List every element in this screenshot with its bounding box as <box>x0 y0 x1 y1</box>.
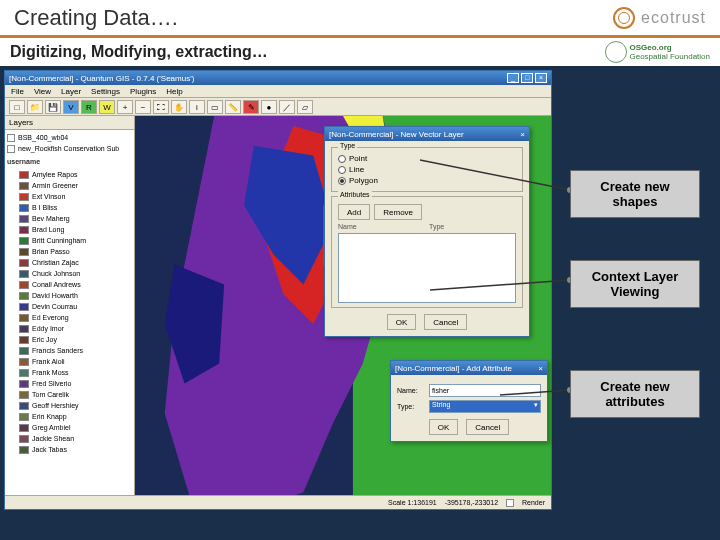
swatch-icon <box>19 413 29 421</box>
app-titlebar[interactable]: [Non-Commercial] - Quantum GIS - 0.7.4 (… <box>5 71 551 85</box>
legend-item[interactable]: Chuck Johnson <box>19 268 132 279</box>
legend-text: Erin Knapp <box>32 411 67 422</box>
tool-addvector-icon[interactable]: V <box>63 100 79 114</box>
ok-button[interactable]: OK <box>387 314 417 330</box>
checkbox-icon[interactable] <box>7 134 15 142</box>
cancel-button[interactable]: Cancel <box>466 419 509 435</box>
radio-line[interactable]: Line <box>338 165 516 174</box>
tool-zoomin-icon[interactable]: + <box>117 100 133 114</box>
layers-tree[interactable]: BSB_400_wb04 new_Rockfish Conservation S… <box>5 130 134 457</box>
legend-item[interactable]: Christian Zajac <box>19 257 132 268</box>
tool-measure-icon[interactable]: 📏 <box>225 100 241 114</box>
legend-item[interactable]: Amylee Rapos <box>19 169 132 180</box>
dialog-titlebar[interactable]: [Non-Commercial] - New Vector Layer × <box>325 127 529 141</box>
legend-text: Amylee Rapos <box>32 169 78 180</box>
legend-item[interactable]: B I Bliss <box>19 202 132 213</box>
radio-icon <box>338 166 346 174</box>
maximize-icon[interactable]: □ <box>521 73 533 83</box>
legend-item[interactable]: Greg Ambiel <box>19 422 132 433</box>
menu-plugins[interactable]: Plugins <box>130 87 156 96</box>
legend-item[interactable]: Jackie Shean <box>19 433 132 444</box>
swatch-icon <box>19 303 29 311</box>
tool-identify-icon[interactable]: i <box>189 100 205 114</box>
tool-capture-line-icon[interactable]: ／ <box>279 100 295 114</box>
swatch-icon <box>19 204 29 212</box>
legend-item[interactable]: Frank Moss <box>19 367 132 378</box>
tool-select-icon[interactable]: ▭ <box>207 100 223 114</box>
tool-edit-icon[interactable]: ✎ <box>243 100 259 114</box>
legend-item[interactable]: David Howarth <box>19 290 132 301</box>
swatch-icon <box>19 292 29 300</box>
add-attribute-button[interactable]: Add <box>338 204 370 220</box>
dialog-close-icon[interactable]: × <box>520 130 525 139</box>
name-label: Name: <box>397 387 425 394</box>
tool-capture-point-icon[interactable]: ● <box>261 100 277 114</box>
legend-item[interactable]: Britt Cunningham <box>19 235 132 246</box>
menu-layer[interactable]: Layer <box>61 87 81 96</box>
legend-item[interactable]: Eric Joy <box>19 334 132 345</box>
swatch-icon <box>19 336 29 344</box>
swatch-icon <box>19 281 29 289</box>
tool-addraster-icon[interactable]: R <box>81 100 97 114</box>
close-icon[interactable]: × <box>535 73 547 83</box>
legend-item[interactable]: Devin Courrau <box>19 301 132 312</box>
radio-polygon[interactable]: Polygon <box>338 176 516 185</box>
legend-item[interactable]: Erin Knapp <box>19 411 132 422</box>
checkbox-icon[interactable] <box>7 145 15 153</box>
legend-item[interactable]: Brian Passo <box>19 246 132 257</box>
dialog-close-icon[interactable]: × <box>538 364 543 373</box>
tool-save-icon[interactable]: 💾 <box>45 100 61 114</box>
swatch-icon <box>19 171 29 179</box>
legend-item[interactable]: Brad Long <box>19 224 132 235</box>
type-select[interactable]: String <box>429 400 541 413</box>
menu-view[interactable]: View <box>34 87 51 96</box>
legend-item[interactable]: Eddy Imor <box>19 323 132 334</box>
slide-subtitle: Digitizing, Modifying, extracting… <box>10 43 268 61</box>
legend-item[interactable]: Ed Everong <box>19 312 132 323</box>
tool-pan-icon[interactable]: ✋ <box>171 100 187 114</box>
radio-icon <box>338 155 346 163</box>
tool-capture-polygon-icon[interactable]: ▱ <box>297 100 313 114</box>
menu-help[interactable]: Help <box>166 87 182 96</box>
radio-point[interactable]: Point <box>338 154 516 163</box>
swatch-icon <box>19 446 29 454</box>
brand-text: ecotrust <box>641 9 706 27</box>
legend-text: Fred Silverio <box>32 378 71 389</box>
legend-item[interactable]: Jack Tabas <box>19 444 132 455</box>
tool-open-icon[interactable]: 📁 <box>27 100 43 114</box>
legend-text: Brian Passo <box>32 246 70 257</box>
legend-item[interactable]: Geoff Hershiey <box>19 400 132 411</box>
legend-item[interactable]: Fred Silverio <box>19 378 132 389</box>
tool-new-icon[interactable]: □ <box>9 100 25 114</box>
menu-settings[interactable]: Settings <box>91 87 120 96</box>
legend-item[interactable]: Francis Sanders <box>19 345 132 356</box>
menu-file[interactable]: File <box>11 87 24 96</box>
callout-create-shapes: Create new shapes <box>570 170 700 218</box>
status-render: Render <box>522 499 545 506</box>
legend-item[interactable]: Armin Greener <box>19 180 132 191</box>
name-input[interactable] <box>429 384 541 397</box>
tool-zoomout-icon[interactable]: − <box>135 100 151 114</box>
dialog-titlebar[interactable]: [Non-Commercial] - Add Attribute × <box>391 361 547 375</box>
render-checkbox[interactable] <box>506 499 514 507</box>
tool-addwms-icon[interactable]: W <box>99 100 115 114</box>
remove-attribute-button[interactable]: Remove <box>374 204 422 220</box>
minimize-icon[interactable]: _ <box>507 73 519 83</box>
type-group: Type Point Line Polygon <box>331 147 523 192</box>
status-scale: Scale 1:136191 <box>388 499 437 506</box>
layer-item[interactable]: new_Rockfish Conservation Sub <box>7 143 132 154</box>
ok-button[interactable]: OK <box>429 419 459 435</box>
legend-item[interactable]: Conall Andrews <box>19 279 132 290</box>
layer-item[interactable]: BSB_400_wb04 <box>7 132 132 143</box>
legend-item[interactable]: Bev Maherg <box>19 213 132 224</box>
attributes-list[interactable] <box>338 233 516 303</box>
legend-item[interactable]: Frank Aioli <box>19 356 132 367</box>
callout-context-layer: Context Layer Viewing <box>570 260 700 308</box>
col-name: Name <box>338 223 425 230</box>
tool-zoomfull-icon[interactable]: ⛶ <box>153 100 169 114</box>
legend-item[interactable]: Ext Vinson <box>19 191 132 202</box>
legend-item[interactable]: Tom Carelik <box>19 389 132 400</box>
swatch-icon <box>19 380 29 388</box>
legend-text: Britt Cunningham <box>32 235 86 246</box>
cancel-button[interactable]: Cancel <box>424 314 467 330</box>
